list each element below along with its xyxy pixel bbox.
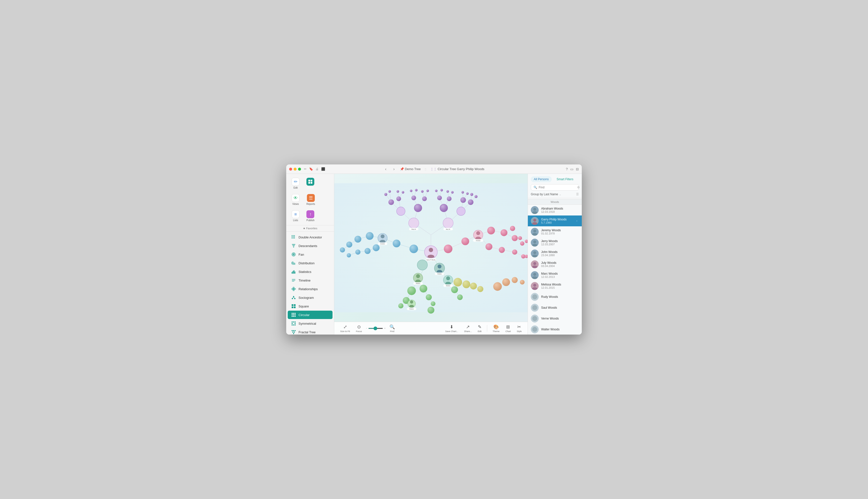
svg-point-37 <box>293 296 294 297</box>
svg-point-277 <box>532 244 538 246</box>
favorites-bar[interactable]: ★ Favorites <box>286 226 334 232</box>
svg-rect-9 <box>294 236 295 237</box>
svg-point-186 <box>470 193 473 196</box>
charts-nav-button[interactable]: Charts <box>304 176 317 191</box>
focus-button[interactable]: ⊙ Focus <box>354 323 364 333</box>
svg-point-229 <box>419 285 427 292</box>
sidebar-item-fan[interactable]: Fan <box>288 250 332 259</box>
save-chart-button[interactable]: ⬇ Save Chart... <box>443 323 460 333</box>
smart-filters-tab[interactable]: Smart Filters <box>554 176 576 182</box>
person-item-abraham-woods[interactable]: Abraham Woods 12.03.1918 <box>528 205 582 216</box>
share-icon[interactable]: ⬛ <box>321 167 325 171</box>
search-input[interactable] <box>539 186 576 189</box>
person-item-john-woods[interactable]: John Woods 23.04.1890 <box>528 248 582 259</box>
publish-nav-button[interactable]: ↑ Publish <box>304 209 317 223</box>
theme-button[interactable]: 🎨 Theme <box>491 323 502 333</box>
sidebar-item-sociogram[interactable]: Sociogram <box>288 293 332 302</box>
svg-point-204 <box>476 231 480 235</box>
person-item-rudy-woods[interactable]: Rudy Woods <box>528 291 582 302</box>
person-item-saul-woods[interactable]: Saul Woods <box>528 302 582 313</box>
person-item-verne-woods[interactable]: Verne Woods <box>528 313 582 324</box>
sidebar-item-circular[interactable]: Circular <box>288 311 332 319</box>
svg-point-169 <box>447 196 452 201</box>
zoom-slider[interactable] <box>368 328 383 329</box>
sidebar-top-buttons: ✏ Edit Charts 👁 <box>286 174 334 226</box>
traffic-lights <box>289 168 301 171</box>
svg-rect-45 <box>294 306 295 308</box>
svg-rect-61 <box>293 325 294 326</box>
edit-icon[interactable]: ✏ <box>304 167 307 171</box>
settings-icon[interactable]: ⚙ <box>577 186 580 189</box>
monitor-icon[interactable]: ▭ <box>570 167 574 171</box>
svg-text:Garry P. Woods: Garry P. Woods <box>426 259 436 260</box>
svg-rect-23 <box>294 263 295 265</box>
svg-rect-56 <box>293 321 294 322</box>
sidebar-item-distribution[interactable]: Distribution <box>288 259 332 267</box>
list-view-icon[interactable]: ☰ <box>576 193 579 196</box>
edit-nav-button[interactable]: ✏ Edit <box>289 176 302 191</box>
style-button[interactable]: ✂ Style <box>515 323 524 333</box>
svg-text:Relative: Relative <box>438 273 442 275</box>
help-icon[interactable]: ? <box>566 167 568 171</box>
person-item-melissa-woods[interactable]: Melissa Woods 12.01.2015 <box>528 281 582 291</box>
svg-point-163 <box>457 207 465 216</box>
svg-rect-8 <box>293 236 293 237</box>
sidebar-item-square[interactable]: Square <box>288 302 332 311</box>
sidebar-item-symmetrical[interactable]: Symmetrical <box>288 319 332 328</box>
size-to-fit-button[interactable]: ⤢ Size to Fit <box>338 323 352 333</box>
person-info: Rudy Woods <box>541 295 579 299</box>
sidebar-item-relationships[interactable]: Relationships <box>288 285 332 293</box>
close-button[interactable] <box>289 168 292 171</box>
back-button[interactable]: ‹ <box>383 166 388 172</box>
svg-rect-0 <box>309 180 310 181</box>
svg-point-244 <box>493 282 502 291</box>
person-item-july-woods[interactable]: July Woods 03.04.2004 <box>528 259 582 270</box>
sidebar-item-statistics[interactable]: Statistics <box>288 268 332 276</box>
person-info: Jeremy Woods 01.02.1978 <box>541 229 579 235</box>
reports-nav-button[interactable]: ☰ Reports <box>304 193 317 207</box>
fullscreen-button[interactable] <box>298 168 301 171</box>
svg-rect-11 <box>293 238 293 239</box>
svg-point-278 <box>533 251 536 254</box>
sidebar-item-descendants[interactable]: Descendants <box>288 242 332 250</box>
right-panel-header: All Persons Smart Filters 🔍 ⚙ Group by L… <box>528 174 582 198</box>
svg-rect-59 <box>294 323 295 324</box>
person-item-jerry-woods[interactable]: Jerry Woods 12.03.2007 <box>528 237 582 248</box>
all-persons-tab[interactable]: All Persons <box>531 176 552 182</box>
svg-point-172 <box>384 193 387 196</box>
svg-point-206 <box>410 245 418 253</box>
chart-button[interactable]: ⊞ Chart <box>503 323 513 333</box>
views-nav-button[interactable]: 👁 Views <box>289 193 302 207</box>
sidebar-nav: Double Ancestor Descendants <box>286 232 334 334</box>
svg-rect-65 <box>294 330 295 331</box>
sidebar-item-double-ancestor[interactable]: Double Ancestor <box>288 233 332 241</box>
svg-point-288 <box>532 316 537 321</box>
svg-point-242 <box>451 286 458 293</box>
sidebar-item-fractal-tree[interactable]: Fractal Tree <box>288 328 332 334</box>
person-item-marc-woods[interactable]: Marc Woods 12.02.2013 <box>528 270 582 281</box>
chart-canvas[interactable]: Garry P. Woods Philip W. Mary W. Ancesto… <box>334 174 528 322</box>
fractal-tree-icon <box>291 330 296 334</box>
bookmark-icon[interactable]: 🔖 <box>309 167 313 171</box>
svg-point-175 <box>402 191 404 194</box>
person-item-garry-woods[interactable]: Garry Philip Woods 5.7.1980 › <box>528 216 582 226</box>
sidebar-item-timeline[interactable]: Timeline <box>288 276 332 284</box>
person-item-jeremy-woods[interactable]: Jeremy Woods 01.02.1978 <box>528 226 582 237</box>
theme-icon: 🎨 <box>493 324 499 330</box>
svg-text:Ancestor: Ancestor <box>476 240 480 241</box>
zoom-slider-group[interactable]: − + <box>366 327 386 330</box>
chart-icon-tb: ⊞ <box>506 324 510 330</box>
svg-point-272 <box>533 219 536 222</box>
sidebar-toggle-icon[interactable]: ⊟ <box>576 167 579 171</box>
svg-point-286 <box>532 294 537 299</box>
print-icon[interactable]: 🖨 <box>315 167 319 171</box>
style-icon: ✂ <box>517 324 521 330</box>
person-item-walter-woods[interactable]: Walter Woods <box>528 324 582 334</box>
minimize-button[interactable] <box>293 168 297 171</box>
lists-nav-button[interactable]: ≡ Lists <box>289 209 302 223</box>
share-button[interactable]: ↗ Share... <box>462 323 474 333</box>
find-button[interactable]: 🔍 Find <box>388 323 397 333</box>
svg-rect-15 <box>293 246 294 246</box>
forward-button[interactable]: › <box>392 166 396 172</box>
edit-button[interactable]: ✎ Edit <box>476 323 483 333</box>
